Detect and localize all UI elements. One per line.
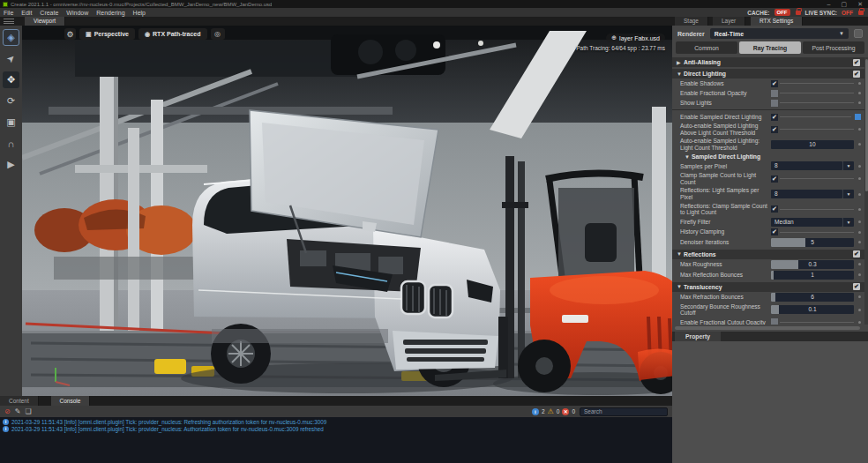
settings-scrollbar[interactable] bbox=[864, 57, 868, 325]
slider-field[interactable]: 0.3 bbox=[771, 260, 854, 269]
section-header-anti-aliasing[interactable]: ▶Anti-Aliasing✔ bbox=[672, 57, 864, 67]
reset-dot-icon[interactable] bbox=[858, 101, 861, 104]
checkbox[interactable] bbox=[771, 318, 778, 325]
open-log-folder-icon[interactable]: ❏ bbox=[25, 406, 31, 417]
play-icon[interactable]: ▶ bbox=[3, 156, 19, 173]
expand-arrow-icon[interactable]: ▼ bbox=[677, 251, 684, 257]
checkbox[interactable] bbox=[771, 100, 778, 107]
rtx-tab-ray-tracing[interactable]: Ray Tracing bbox=[739, 41, 801, 54]
rtx-tab-common[interactable]: Common bbox=[676, 41, 737, 54]
error-filter-icon[interactable]: ✕ bbox=[562, 408, 569, 415]
reset-dot-icon[interactable] bbox=[858, 82, 861, 85]
combo-field[interactable]: 8 bbox=[771, 190, 842, 198]
chevron-down-icon[interactable]: ▼ bbox=[842, 190, 854, 198]
slider-field[interactable]: 6 bbox=[771, 293, 854, 302]
tab-property[interactable]: Property bbox=[675, 332, 721, 341]
scale-tool-icon[interactable]: ▣ bbox=[3, 114, 19, 131]
snap-tool-icon[interactable]: ∩ bbox=[3, 135, 19, 152]
edit-log-icon[interactable]: ✎ bbox=[15, 406, 21, 417]
section-enable-checkbox[interactable]: ✔ bbox=[853, 59, 860, 66]
expand-arrow-icon[interactable]: ▼ bbox=[677, 284, 684, 289]
changed-indicator[interactable] bbox=[855, 114, 861, 120]
camera-selector[interactable]: ▣ Perspective bbox=[79, 28, 135, 40]
reset-dot-icon[interactable] bbox=[858, 165, 861, 168]
reset-dot-icon[interactable] bbox=[858, 177, 861, 180]
menu-item-window[interactable]: Window bbox=[66, 10, 88, 16]
warning-filter-icon[interactable]: ⚠ bbox=[548, 407, 554, 416]
subsection-sampled-direct-lighting[interactable]: ▼Sampled Direct Lighting bbox=[672, 152, 864, 161]
console-search-input[interactable] bbox=[580, 407, 668, 416]
console-log[interactable]: i2021-03-29 11:51:43 [Info] [omni.client… bbox=[0, 417, 672, 463]
tab-console[interactable]: Console bbox=[51, 396, 91, 406]
menu-item-create[interactable]: Create bbox=[40, 10, 58, 16]
reset-dot-icon[interactable] bbox=[858, 241, 861, 243]
checkbox[interactable] bbox=[771, 90, 778, 97]
tab-content[interactable]: Content bbox=[0, 396, 39, 406]
combo-field[interactable]: 8 bbox=[771, 161, 842, 170]
reset-dot-icon[interactable] bbox=[858, 321, 861, 324]
rotate-tool-icon[interactable]: ⟳ bbox=[3, 93, 19, 109]
rtx-tab-post-processing[interactable]: Post Processing bbox=[803, 41, 864, 54]
reset-dot-icon[interactable] bbox=[858, 193, 861, 196]
maximize-button[interactable]: ▢ bbox=[842, 0, 848, 8]
navigation-cube-icon[interactable]: ◈ bbox=[3, 29, 19, 46]
expand-arrow-icon[interactable]: ▶ bbox=[677, 59, 684, 65]
visibility-eye-icon[interactable]: ◎ bbox=[211, 28, 225, 40]
tab-layer[interactable]: Layer bbox=[713, 17, 745, 26]
reset-dot-icon[interactable] bbox=[858, 273, 861, 276]
expand-arrow-icon[interactable]: ▼ bbox=[685, 154, 692, 160]
dock-menu-icon[interactable] bbox=[4, 19, 14, 24]
reset-dot-icon[interactable] bbox=[858, 208, 861, 211]
reset-dot-icon[interactable] bbox=[858, 92, 861, 94]
settings-hscrollbar[interactable] bbox=[675, 326, 860, 330]
minimize-button[interactable]: – bbox=[827, 0, 831, 8]
checkbox[interactable]: ✔ bbox=[771, 114, 778, 121]
setting-label: Clamp Sample Count to Light Count bbox=[680, 172, 771, 185]
menu-item-help[interactable]: Help bbox=[133, 10, 146, 16]
tab-viewport[interactable]: Viewport bbox=[25, 17, 65, 26]
chevron-down-icon[interactable]: ▼ bbox=[842, 161, 854, 170]
cache-status-badge[interactable]: OFF bbox=[774, 9, 790, 16]
combo-field[interactable]: Median bbox=[771, 218, 842, 227]
chevron-down-icon[interactable]: ▼ bbox=[842, 218, 854, 227]
checkbox[interactable]: ✔ bbox=[771, 228, 778, 235]
value-field[interactable]: 10 bbox=[771, 140, 854, 149]
slider-field[interactable]: 0.1 bbox=[771, 305, 854, 314]
section-header-translucency[interactable]: ▼Translucency✔ bbox=[672, 282, 864, 292]
section-enable-checkbox[interactable]: ✔ bbox=[853, 71, 860, 78]
select-tool-icon[interactable]: ➤ bbox=[0, 47, 23, 71]
tab-stage[interactable]: Stage bbox=[675, 17, 708, 26]
checkbox[interactable]: ✔ bbox=[771, 80, 778, 87]
renderer-dropdown[interactable]: Real-Time ▼ bbox=[710, 28, 849, 39]
reset-dot-icon[interactable] bbox=[858, 143, 861, 146]
renderer-options-button[interactable] bbox=[854, 29, 863, 38]
reset-dot-icon[interactable] bbox=[858, 128, 861, 131]
reset-dot-icon[interactable] bbox=[858, 231, 861, 234]
tab-rtx-settings[interactable]: RTX Settings bbox=[751, 17, 803, 26]
checkbox[interactable]: ✔ bbox=[771, 126, 778, 133]
viewport-3d-scene[interactable]: ⚙ ▣ Perspective ◉ RTX Path-traced ◎ ⊕ la… bbox=[22, 26, 672, 396]
clear-console-icon[interactable]: ⊘ bbox=[4, 406, 11, 417]
reset-dot-icon[interactable] bbox=[858, 295, 861, 298]
slider-field[interactable]: 1 bbox=[771, 271, 854, 280]
reset-dot-icon[interactable] bbox=[858, 263, 861, 265]
checkbox[interactable]: ✔ bbox=[771, 175, 778, 183]
close-button[interactable]: ✕ bbox=[857, 0, 863, 8]
expand-arrow-icon[interactable]: ▼ bbox=[677, 71, 684, 77]
info-filter-icon[interactable]: i bbox=[532, 408, 539, 415]
checkbox[interactable]: ✔ bbox=[771, 205, 778, 213]
section-header-reflections[interactable]: ▼Reflections✔ bbox=[672, 250, 864, 259]
section-header-direct-lighting[interactable]: ▼Direct Lighting✔ bbox=[672, 69, 864, 78]
reset-dot-icon[interactable] bbox=[858, 309, 861, 311]
move-tool-icon[interactable]: ✥ bbox=[3, 71, 19, 88]
section-enable-checkbox[interactable]: ✔ bbox=[853, 283, 860, 290]
viewport-settings-icon[interactable]: ⚙ bbox=[64, 28, 76, 40]
menu-item-file[interactable]: File bbox=[4, 10, 13, 16]
render-mode-selector[interactable]: ◉ RTX Path-traced bbox=[138, 28, 207, 40]
slider-field[interactable]: 5 bbox=[771, 238, 854, 247]
menu-item-rendering[interactable]: Rendering bbox=[96, 10, 124, 16]
live-sync-status[interactable]: OFF bbox=[842, 10, 853, 16]
menu-item-edit[interactable]: Edit bbox=[21, 10, 32, 16]
reset-dot-icon[interactable] bbox=[858, 220, 861, 223]
section-enable-checkbox[interactable]: ✔ bbox=[853, 250, 860, 258]
